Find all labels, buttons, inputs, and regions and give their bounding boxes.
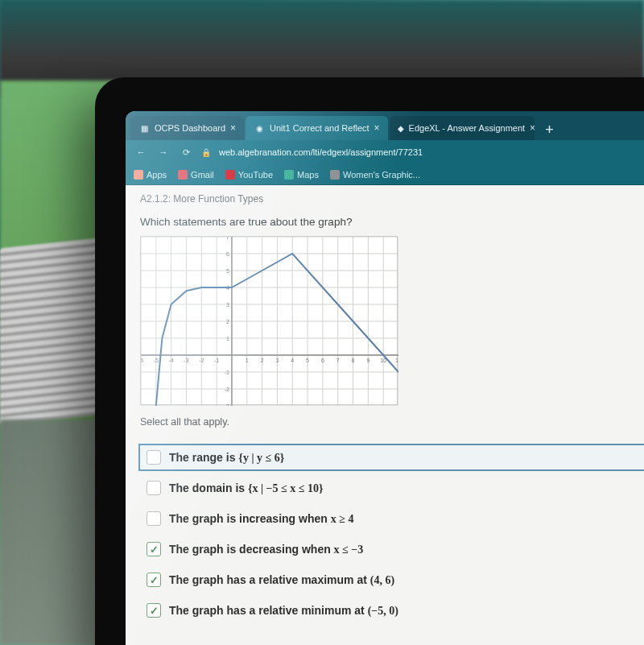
svg-text:2: 2 [261, 358, 264, 363]
browser-tab-2[interactable]: ◉ Unit1 Correct and Reflect × [246, 116, 388, 140]
svg-text:7: 7 [336, 358, 340, 363]
svg-text:2: 2 [226, 319, 229, 325]
bookmark-icon [330, 170, 340, 180]
answer-option-4[interactable]: The graph is decreasing when x ≤ −3 [140, 537, 644, 561]
close-icon[interactable]: × [230, 122, 236, 134]
svg-text:5: 5 [306, 358, 309, 363]
back-button[interactable]: ← [134, 147, 148, 157]
answer-text: The range is {y | y ≤ 6} [169, 451, 284, 465]
bookmark-maps[interactable]: Maps [284, 170, 319, 180]
svg-text:3: 3 [226, 302, 229, 308]
svg-text:-6: -6 [141, 358, 143, 363]
svg-text:-1: -1 [214, 358, 219, 363]
bookmark-youtube[interactable]: YouTube [225, 170, 273, 180]
svg-text:-2: -2 [225, 387, 229, 392]
svg-text:7: 7 [226, 237, 229, 240]
reload-button[interactable]: ⟳ [179, 147, 193, 158]
close-icon[interactable]: × [530, 122, 534, 134]
bookmark-label: Maps [297, 170, 319, 180]
maps-icon [284, 170, 294, 180]
checkbox[interactable] [147, 542, 161, 556]
browser-tab-3[interactable]: ◆ EdgeXL - Answer Assignment × [390, 116, 535, 140]
answer-text: The domain is {x | −5 ≤ x ≤ 10} [169, 482, 323, 495]
svg-text:6: 6 [226, 251, 229, 257]
page-content: A2.1.2: More Function Types Which statem… [126, 185, 644, 645]
checkbox[interactable] [147, 603, 161, 618]
bookmarks-bar: Apps Gmail YouTube Maps Women's Graphic.… [126, 164, 644, 185]
function-graph: -6-5-4-3-2-11234567891011-3-2-11234567 [140, 236, 398, 405]
answer-option-3[interactable]: The graph is increasing when x ≥ 4 [140, 506, 644, 531]
svg-text:-3: -3 [225, 403, 229, 406]
graph-svg: -6-5-4-3-2-11234567891011-3-2-11234567 [141, 237, 398, 406]
checkbox[interactable] [147, 450, 161, 465]
new-tab-button[interactable]: + [539, 119, 560, 140]
breadcrumb: A2.1.2: More Function Types [140, 193, 644, 205]
tab-favicon-1: ▦ [138, 122, 150, 134]
answer-option-1[interactable]: The range is {y | y ≤ 6} [140, 445, 644, 469]
bookmark-gmail[interactable]: Gmail [178, 170, 214, 180]
answer-text: The graph is increasing when x ≥ 4 [169, 512, 353, 526]
bookmark-label: Gmail [191, 170, 214, 180]
svg-text:-1: -1 [225, 370, 229, 375]
checkbox[interactable] [147, 481, 161, 495]
svg-text:3: 3 [275, 358, 279, 363]
instruction-text: Select all that apply. [140, 416, 644, 428]
svg-text:1: 1 [226, 336, 229, 341]
lock-icon: 🔒 [201, 148, 211, 157]
svg-text:5: 5 [226, 268, 229, 274]
answer-text: The graph has a relative minimum at (−5,… [169, 604, 398, 618]
apps-icon [134, 170, 143, 180]
bookmark-label: Apps [147, 170, 167, 180]
question-text: Which statements are true about the grap… [140, 216, 644, 228]
answer-text: The graph is decreasing when x ≤ −3 [169, 543, 363, 556]
svg-text:8: 8 [352, 358, 355, 363]
tab-title: OCPS Dashboard [155, 123, 225, 133]
bookmark-womens-graphic[interactable]: Women's Graphic... [330, 170, 420, 180]
checkbox[interactable] [147, 573, 161, 587]
browser-tab-1[interactable]: ▦ OCPS Dashboard × [130, 116, 244, 140]
svg-text:-3: -3 [184, 358, 188, 363]
bookmark-label: YouTube [238, 170, 273, 180]
gmail-icon [178, 170, 188, 180]
answer-option-5[interactable]: The graph has a relative maximum at (4, … [140, 568, 644, 592]
svg-text:-4: -4 [169, 358, 174, 363]
laptop-screen: ▦ OCPS Dashboard × ◉ Unit1 Correct and R… [126, 111, 644, 645]
svg-text:-2: -2 [199, 358, 204, 363]
close-icon[interactable]: × [374, 122, 380, 134]
tab-title: Unit1 Correct and Reflect [270, 123, 369, 133]
tab-favicon-3: ◆ [398, 122, 404, 134]
bookmark-label: Women's Graphic... [343, 170, 420, 180]
svg-text:9: 9 [366, 358, 369, 363]
bookmark-apps[interactable]: Apps [134, 170, 167, 180]
browser-tab-strip: ▦ OCPS Dashboard × ◉ Unit1 Correct and R… [126, 111, 644, 140]
svg-text:1: 1 [246, 358, 249, 363]
svg-text:6: 6 [321, 358, 324, 363]
forward-button[interactable]: → [156, 147, 171, 157]
svg-text:4: 4 [291, 358, 294, 363]
browser-address-bar: ← → ⟳ 🔒 web.algebranation.com/lti/edgexl… [126, 140, 644, 164]
svg-text:-5: -5 [154, 358, 159, 363]
checkbox[interactable] [147, 511, 161, 526]
tab-title: EdgeXL - Answer Assignment [409, 123, 526, 133]
address-url[interactable]: web.algebranation.com/lti/edgexl/assignm… [219, 147, 644, 157]
youtube-icon [225, 170, 235, 180]
answer-list: The range is {y | y ≤ 6}The domain is {x… [140, 445, 644, 622]
answer-text: The graph has a relative maximum at (4, … [169, 573, 394, 587]
svg-text:11: 11 [395, 358, 398, 363]
tab-favicon-2: ◉ [254, 122, 265, 134]
answer-option-2[interactable]: The domain is {x | −5 ≤ x ≤ 10} [140, 476, 644, 500]
laptop-frame: ▦ OCPS Dashboard × ◉ Unit1 Correct and R… [95, 77, 644, 645]
answer-option-6[interactable]: The graph has a relative minimum at (−5,… [140, 598, 644, 622]
